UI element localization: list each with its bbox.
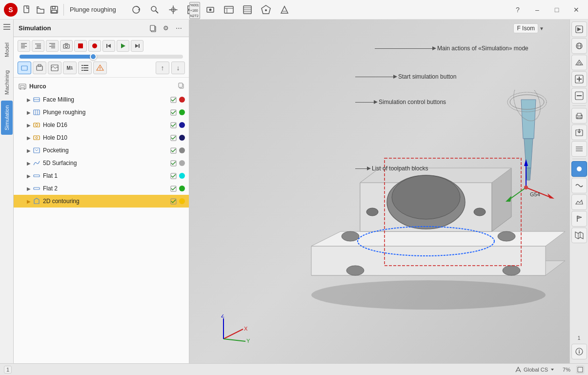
zoom-out-btn[interactable]: [571, 88, 587, 104]
expand-icon[interactable]: ▶: [25, 122, 32, 128]
zoom-in-btn[interactable]: [571, 71, 587, 87]
expand-icon[interactable]: ▶: [25, 109, 32, 116]
expand-icon[interactable]: ▶: [25, 134, 32, 141]
cs-icon: [515, 366, 522, 373]
list-item[interactable]: ▶ 5D Surfacing: [14, 157, 189, 169]
help-button[interactable]: ?: [510, 2, 526, 18]
svg-rect-43: [78, 43, 83, 48]
view-dropdown-icon[interactable]: ▼: [539, 26, 544, 31]
dot-active-btn[interactable]: [571, 161, 587, 177]
list-item[interactable]: ▶ Pocketing: [14, 144, 189, 157]
toolbar-btn-6[interactable]: [221, 2, 237, 18]
checkbox[interactable]: [169, 172, 177, 180]
svg-point-96: [346, 266, 364, 275]
progress-thumb[interactable]: [90, 53, 97, 60]
menu-icon[interactable]: [1, 21, 12, 32]
checkbox[interactable]: [169, 96, 177, 104]
workpiece-btn[interactable]: [18, 62, 31, 74]
checkbox[interactable]: [169, 134, 177, 142]
wireframe-btn[interactable]: [571, 38, 587, 54]
progress-bar[interactable]: [20, 55, 183, 59]
map-btn[interactable]: [571, 228, 587, 243]
copy-toolpath-icon[interactable]: [178, 83, 185, 90]
tp-label: Flat 2: [43, 185, 169, 192]
toolbar-btn-4[interactable]: %001+160N2T2: [183, 2, 200, 18]
export-btn[interactable]: [571, 125, 587, 140]
machine-header[interactable]: Hurco: [14, 80, 189, 93]
svg-rect-72: [34, 110, 40, 115]
toolbar-btn-7[interactable]: [239, 2, 256, 18]
list-view-btn[interactable]: [78, 62, 92, 74]
view-label[interactable]: F Isom: [513, 23, 538, 33]
checkbox[interactable]: [169, 108, 177, 116]
toolbar-btn-8[interactable]: [258, 2, 274, 18]
shading-btn[interactable]: [571, 21, 587, 37]
align-right-btn[interactable]: [46, 40, 59, 52]
expand-icon[interactable]: ▶: [25, 147, 32, 154]
expand-icon[interactable]: ▶: [25, 185, 32, 192]
camera-btn[interactable]: [60, 40, 73, 52]
open-file-icon[interactable]: [35, 4, 46, 15]
list-item[interactable]: ▶ Hole D10: [14, 131, 189, 144]
checkbox[interactable]: [169, 197, 177, 205]
perspective-btn[interactable]: [571, 55, 587, 70]
tab-simulation[interactable]: Simulation: [1, 101, 13, 135]
expand-icon[interactable]: ▶: [25, 172, 32, 179]
m1-btn[interactable]: M1: [63, 62, 77, 74]
maximize-button[interactable]: □: [549, 2, 565, 18]
expand-icon[interactable]: ▶: [25, 160, 32, 167]
record-btn[interactable]: [88, 40, 101, 52]
view-selector[interactable]: F Isom ▼: [513, 23, 544, 33]
down-arrow-btn[interactable]: ↓: [171, 62, 185, 74]
flag-btn[interactable]: [571, 211, 587, 227]
toolbar-btn-5[interactable]: [202, 2, 219, 18]
up-arrow-btn[interactable]: ↑: [156, 62, 169, 74]
print-btn[interactable]: [571, 108, 587, 124]
indent-list-btn[interactable]: [32, 40, 44, 52]
window-title: Plunge roughing: [70, 6, 116, 13]
settings-icon[interactable]: ⚙: [161, 23, 171, 34]
align-left-btn[interactable]: [18, 40, 30, 52]
surface-view-btn[interactable]: [48, 62, 61, 74]
expand-icon[interactable]: ▶: [25, 96, 32, 103]
info-btn[interactable]: [571, 344, 587, 359]
tool-view-btn[interactable]: [33, 62, 46, 74]
tab-machining[interactable]: Machining: [1, 65, 13, 100]
toolbar-btn-2[interactable]: [146, 2, 163, 18]
warning-btn[interactable]: [93, 62, 107, 74]
toolbar-btn-3[interactable]: [165, 2, 182, 18]
terrain-btn[interactable]: [571, 194, 587, 210]
cs-label: Global CS: [524, 367, 548, 373]
list-item[interactable]: ▶ Hole D16: [14, 119, 189, 131]
viewport[interactable]: F Isom ▼: [189, 20, 569, 363]
wave-btn[interactable]: [571, 178, 587, 193]
svg-marker-108: [521, 100, 536, 139]
tab-model[interactable]: Model: [1, 35, 13, 64]
minimize-button[interactable]: –: [529, 2, 545, 18]
cs-dropdown-icon[interactable]: [550, 367, 555, 372]
list-item[interactable]: ▶ Plunge roughing: [14, 106, 189, 119]
next-btn[interactable]: [131, 40, 143, 52]
toolbar-btn-9[interactable]: [276, 2, 293, 18]
layers-btn[interactable]: [571, 141, 587, 157]
annotation-sim-controls: Simulation control buttons: [355, 99, 446, 105]
stop-btn[interactable]: [74, 40, 87, 52]
list-item[interactable]: ▶ Face Milling: [14, 93, 189, 106]
close-button[interactable]: ✕: [568, 2, 584, 18]
checkbox[interactable]: [169, 121, 177, 129]
more-options-icon[interactable]: ⋯: [173, 23, 184, 34]
list-item[interactable]: ▶ 2D contouring: [14, 195, 189, 208]
copy-panel-icon[interactable]: [148, 23, 159, 34]
checkbox[interactable]: [169, 146, 177, 154]
new-file-icon[interactable]: [21, 4, 32, 15]
toolbar-btn-1[interactable]: [128, 2, 144, 18]
prev-btn[interactable]: [102, 40, 115, 52]
checkbox[interactable]: [169, 185, 177, 192]
save-file-icon[interactable]: [49, 4, 60, 15]
list-item[interactable]: ▶ Flat 2: [14, 182, 189, 195]
statusbar-icon[interactable]: [576, 366, 584, 374]
expand-icon[interactable]: ▶: [25, 198, 32, 205]
list-item[interactable]: ▶ Flat 1: [14, 169, 189, 182]
play-btn[interactable]: [117, 40, 129, 52]
checkbox[interactable]: [169, 159, 177, 167]
